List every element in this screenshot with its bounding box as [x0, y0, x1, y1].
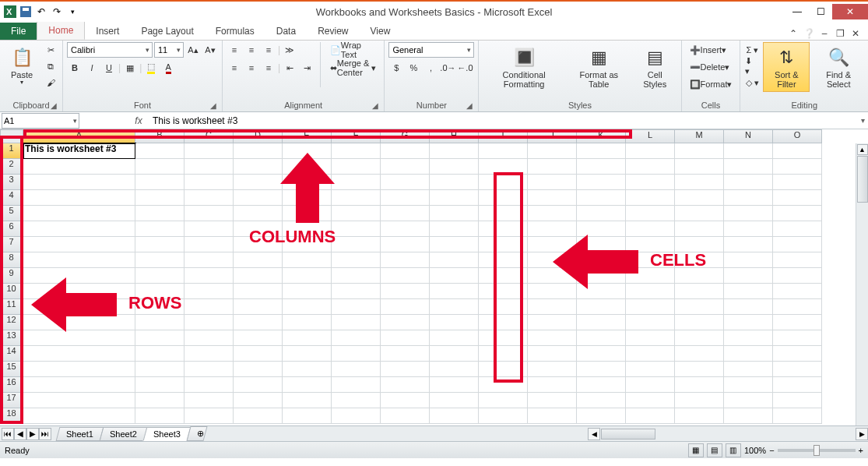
row-header-14[interactable]: 14	[0, 346, 23, 362]
cell-I17[interactable]	[479, 393, 528, 408]
cell-M18[interactable]	[675, 408, 724, 424]
cell-E9[interactable]	[283, 268, 332, 284]
cell-J13[interactable]	[528, 330, 577, 346]
clear-button[interactable]: ◇ ▾	[744, 75, 760, 90]
cell-N1[interactable]	[724, 143, 773, 159]
cell-M16[interactable]	[675, 377, 724, 393]
alignment-launcher-icon[interactable]: ◢	[371, 101, 380, 111]
cell-E10[interactable]	[283, 284, 332, 299]
cell-H12[interactable]	[430, 315, 479, 330]
cut-button[interactable]: ✂	[43, 42, 58, 58]
paste-button[interactable]: 📋 Paste ▾	[4, 42, 40, 90]
cell-H3[interactable]	[430, 175, 479, 190]
cell-F2[interactable]	[332, 159, 381, 175]
cell-J11[interactable]	[528, 299, 577, 315]
cell-L11[interactable]	[626, 299, 675, 315]
cell-A16[interactable]	[23, 377, 135, 393]
cell-O7[interactable]	[773, 237, 822, 252]
cell-B5[interactable]	[135, 206, 184, 221]
hscroll-thumb[interactable]	[601, 429, 655, 440]
cell-I5[interactable]	[479, 206, 528, 221]
cell-H17[interactable]	[430, 393, 479, 408]
cell-H2[interactable]	[430, 159, 479, 175]
cell-G4[interactable]	[381, 190, 430, 206]
italic-button[interactable]: I	[84, 60, 100, 76]
cell-E3[interactable]	[283, 175, 332, 190]
tab-insert[interactable]: Insert	[85, 23, 130, 40]
cell-A1[interactable]: This is worksheet #3	[23, 143, 135, 159]
cell-M12[interactable]	[675, 315, 724, 330]
cell-C4[interactable]	[184, 190, 234, 206]
zoom-out-button[interactable]: −	[769, 446, 774, 455]
cell-K11[interactable]	[577, 299, 626, 315]
close-button[interactable]: ✕	[832, 4, 868, 19]
cell-A17[interactable]	[23, 393, 135, 408]
cell-J4[interactable]	[528, 190, 577, 206]
column-header-B[interactable]: B	[135, 129, 184, 143]
tab-review[interactable]: Review	[307, 23, 359, 40]
save-icon[interactable]	[19, 5, 33, 19]
cell-A3[interactable]	[23, 175, 135, 190]
find-select-button[interactable]: 🔍Find & Select	[813, 42, 864, 92]
cell-D16[interactable]	[234, 377, 283, 393]
cell-I10[interactable]	[479, 284, 528, 299]
cell-M10[interactable]	[675, 284, 724, 299]
cell-E17[interactable]	[283, 393, 332, 408]
cell-K2[interactable]	[577, 159, 626, 175]
row-header-11[interactable]: 11	[0, 299, 23, 315]
cell-L2[interactable]	[626, 159, 675, 175]
cell-E8[interactable]	[283, 252, 332, 268]
row-header-5[interactable]: 5	[0, 206, 23, 221]
cell-M14[interactable]	[675, 346, 724, 362]
row-header-4[interactable]: 4	[0, 190, 23, 206]
cell-J5[interactable]	[528, 206, 577, 221]
column-header-E[interactable]: E	[283, 129, 332, 143]
cell-O9[interactable]	[773, 268, 822, 284]
cell-L5[interactable]	[626, 206, 675, 221]
cell-F18[interactable]	[332, 408, 381, 424]
cell-G2[interactable]	[381, 159, 430, 175]
column-header-D[interactable]: D	[234, 129, 283, 143]
format-painter-button[interactable]: 🖌	[43, 75, 58, 90]
cell-A9[interactable]	[23, 268, 135, 284]
cell-O1[interactable]	[773, 143, 822, 159]
tab-formulas[interactable]: Formulas	[205, 23, 265, 40]
row-header-8[interactable]: 8	[0, 252, 23, 268]
cell-D2[interactable]	[234, 159, 283, 175]
cell-E5[interactable]	[283, 206, 332, 221]
cell-K12[interactable]	[577, 315, 626, 330]
column-header-J[interactable]: J	[528, 129, 577, 143]
tab-view[interactable]: View	[360, 23, 402, 40]
cell-H9[interactable]	[430, 268, 479, 284]
cell-D10[interactable]	[234, 284, 283, 299]
zoom-slider-thumb[interactable]	[814, 445, 820, 456]
cell-A13[interactable]	[23, 330, 135, 346]
cell-F12[interactable]	[332, 315, 381, 330]
copy-button[interactable]: ⧉	[43, 58, 58, 74]
cell-G12[interactable]	[381, 315, 430, 330]
normal-view-button[interactable]: ▦	[688, 443, 704, 457]
cell-B12[interactable]	[135, 315, 184, 330]
font-name-combo[interactable]: Calibri	[67, 42, 153, 58]
font-size-combo[interactable]: 11	[154, 42, 184, 58]
cell-B6[interactable]	[135, 221, 184, 237]
cell-I7[interactable]	[479, 237, 528, 252]
cell-L12[interactable]	[626, 315, 675, 330]
cell-C18[interactable]	[184, 408, 234, 424]
maximize-button[interactable]: ☐	[809, 4, 832, 19]
cell-G10[interactable]	[381, 284, 430, 299]
cell-A6[interactable]	[23, 221, 135, 237]
align-left-button[interactable]: ≡	[227, 60, 242, 76]
cell-E11[interactable]	[283, 299, 332, 315]
cell-M15[interactable]	[675, 362, 724, 377]
cell-H18[interactable]	[430, 408, 479, 424]
cell-K3[interactable]	[577, 175, 626, 190]
cell-E16[interactable]	[283, 377, 332, 393]
cell-F15[interactable]	[332, 362, 381, 377]
new-sheet-button[interactable]: ⊕	[186, 426, 207, 441]
cell-I18[interactable]	[479, 408, 528, 424]
cell-E14[interactable]	[283, 346, 332, 362]
cell-O11[interactable]	[773, 299, 822, 315]
cell-C12[interactable]	[184, 315, 234, 330]
column-header-L[interactable]: L	[626, 129, 675, 143]
